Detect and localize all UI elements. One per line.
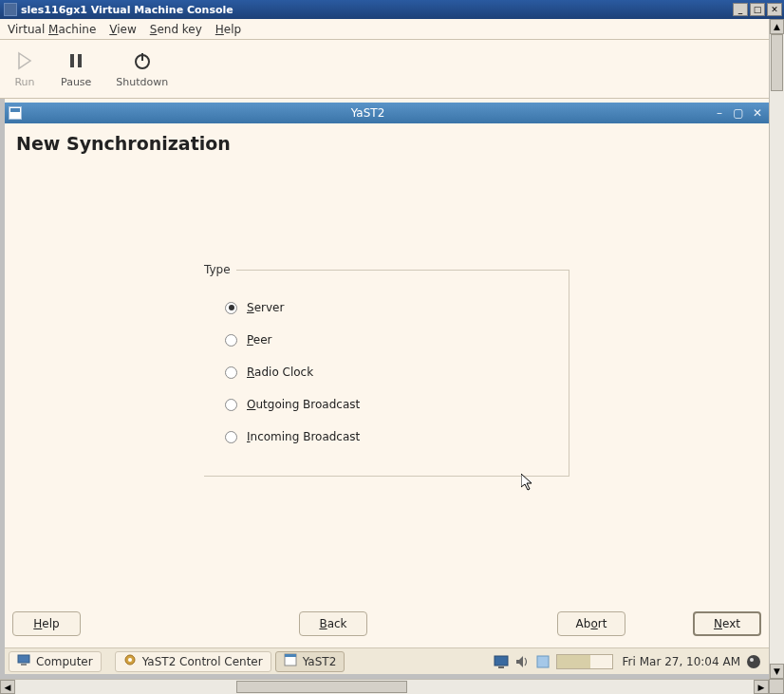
scroll-thumb[interactable] — [236, 681, 407, 693]
yast-titlebar: YaST2 – ▢ ✕ — [5, 103, 769, 123]
minimize-button[interactable]: _ — [733, 3, 748, 16]
computer-menu-button[interactable]: Computer — [9, 651, 102, 672]
svg-rect-14 — [537, 656, 549, 667]
window-icon — [9, 106, 22, 120]
task-yast2[interactable]: YaST2 — [275, 651, 345, 672]
scroll-up-icon[interactable]: ▲ — [770, 19, 784, 34]
inner-close-button[interactable]: ✕ — [750, 106, 765, 120]
yast-content: New Synchronization Type Server Peer Rad… — [5, 123, 769, 646]
svg-point-15 — [747, 655, 760, 668]
cpu-meter — [556, 654, 613, 669]
svg-point-8 — [128, 658, 132, 662]
svg-marker-0 — [19, 53, 30, 68]
yast-title: YaST2 — [28, 106, 708, 120]
abort-button[interactable]: Abort — [557, 611, 625, 636]
volume-icon[interactable] — [514, 654, 530, 669]
outer-window-titlebar: sles116gx1 Virtual Machine Console _ □ ✕ — [0, 0, 784, 19]
radio-label: Server — [247, 301, 284, 314]
run-label: Run — [14, 76, 34, 88]
close-button[interactable]: ✕ — [767, 3, 782, 16]
pause-label: Pause — [61, 76, 91, 88]
yast-window: YaST2 – ▢ ✕ New Synchronization Type Ser… — [5, 103, 769, 646]
svg-rect-12 — [498, 666, 504, 668]
svg-rect-6 — [21, 664, 27, 666]
radio-label: Peer — [247, 333, 272, 347]
menu-view[interactable]: View — [109, 23, 136, 36]
radio-icon — [225, 366, 237, 379]
menu-send-key[interactable]: Send key — [150, 23, 202, 36]
inner-maximize-button[interactable]: ▢ — [731, 106, 746, 120]
radio-label: Incoming Broadcast — [247, 430, 360, 443]
vm-desktop: YaST2 – ▢ ✕ New Synchronization Type Ser… — [5, 99, 769, 674]
outer-window-title: sles116gx1 Virtual Machine Console — [21, 4, 233, 16]
window-icon — [284, 653, 297, 669]
back-button[interactable]: Back — [299, 611, 367, 636]
task-label: YaST2 Control Center — [142, 655, 263, 668]
pause-icon — [65, 49, 87, 72]
gear-icon — [123, 653, 137, 669]
system-tray: Fri Mar 27, 10:04 AM — [490, 654, 765, 669]
svg-rect-2 — [78, 54, 82, 67]
pause-button[interactable]: Pause — [61, 49, 91, 88]
play-icon — [13, 49, 36, 72]
next-button[interactable]: Next — [693, 611, 761, 636]
vm-toolbar: Run Pause Shutdown — [0, 40, 784, 99]
radio-icon — [225, 399, 237, 411]
radio-radio-clock[interactable]: Radio Clock — [225, 356, 551, 388]
svg-marker-13 — [516, 656, 523, 667]
scroll-corner — [769, 679, 784, 694]
outer-vertical-scrollbar[interactable]: ▲ ▼ — [769, 19, 784, 679]
radio-icon — [225, 431, 237, 443]
power-icon — [131, 49, 154, 72]
radio-label: Outgoing Broadcast — [247, 398, 360, 411]
type-group: Type Server Peer Radio Clock Outgoing Br… — [204, 270, 569, 477]
window-list-icon[interactable] — [535, 654, 551, 669]
radio-label: Radio Clock — [247, 366, 313, 379]
radio-icon — [225, 334, 237, 347]
svg-point-16 — [750, 658, 754, 662]
scroll-down-icon[interactable]: ▼ — [770, 664, 784, 679]
scroll-left-icon[interactable]: ◀ — [0, 680, 15, 694]
help-button[interactable]: Help — [12, 611, 81, 636]
shutdown-label: Shutdown — [116, 76, 168, 88]
scroll-right-icon[interactable]: ▶ — [754, 680, 769, 694]
wizard-buttons: Help Back Abort Next — [12, 611, 761, 636]
outer-horizontal-scrollbar[interactable]: ◀ ▶ — [0, 679, 769, 694]
maximize-button[interactable]: □ — [750, 3, 765, 16]
display-icon[interactable] — [494, 654, 509, 669]
task-yast-control-center[interactable]: YaST2 Control Center — [115, 651, 271, 672]
task-label: YaST2 — [303, 655, 337, 668]
svg-rect-10 — [285, 654, 296, 657]
guest-taskbar: Computer YaST2 Control Center YaST2 — [5, 647, 769, 674]
type-group-label: Type — [204, 263, 236, 276]
vm-menubar: Virtual Machine View Send key Help — [0, 19, 784, 40]
page-title: New Synchronization — [16, 133, 757, 154]
radio-incoming-broadcast[interactable]: Incoming Broadcast — [225, 421, 551, 453]
radio-icon — [225, 302, 237, 314]
radio-peer[interactable]: Peer — [225, 324, 551, 356]
shutdown-button[interactable]: Shutdown — [116, 49, 168, 88]
svg-rect-1 — [70, 54, 74, 67]
menu-help[interactable]: Help — [215, 23, 241, 36]
svg-rect-5 — [18, 655, 29, 663]
svg-rect-11 — [495, 656, 508, 666]
radio-outgoing-broadcast[interactable]: Outgoing Broadcast — [225, 388, 551, 421]
app-icon — [4, 3, 17, 16]
computer-label: Computer — [36, 655, 93, 668]
inner-minimize-button[interactable]: – — [712, 106, 727, 120]
scroll-thumb[interactable] — [771, 34, 783, 91]
computer-icon — [17, 653, 30, 669]
clock: Fri Mar 27, 10:04 AM — [623, 655, 740, 668]
menu-virtual-machine[interactable]: Virtual Machine — [8, 23, 96, 36]
radio-server[interactable]: Server — [225, 291, 551, 324]
run-button: Run — [13, 49, 36, 88]
suse-icon[interactable] — [746, 654, 761, 669]
